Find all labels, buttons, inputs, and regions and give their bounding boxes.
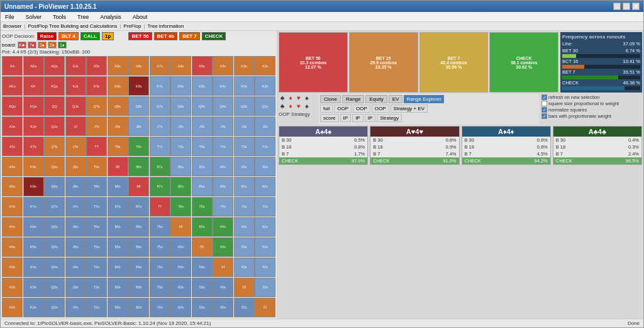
matrix-cell-72o[interactable]: 72o [150,298,170,317]
matrix-cell-T9s[interactable]: T9s [108,137,128,156]
matrix-cell-98s[interactable]: 98s [128,157,149,176]
matrix-cell-KQs[interactable]: KQs [44,76,65,96]
matrix-cell-44[interactable]: 44 [213,257,233,277]
matrix-cell-A7s[interactable]: A7s [150,56,170,76]
matrix-cell-T7s[interactable]: T7s [150,137,170,156]
matrix-cell-J8o[interactable]: J8o [65,177,86,196]
matrix-cell-QJo[interactable]: QJo [44,116,65,136]
matrix-cell-KJo[interactable]: KJo [23,116,44,136]
matrix-cell-87o[interactable]: 87o [128,197,149,217]
matrix-cell-A2s[interactable]: A2s [255,56,275,76]
matrix-cell-K9s[interactable]: K9s [108,76,128,96]
matrix-cell-QTs[interactable]: QTs [86,96,107,116]
matrix-cell-J2o[interactable]: J2o [65,298,86,317]
matrix-cell-K9o[interactable]: K9o [23,157,44,176]
matrix-cell-52o[interactable]: 52o [192,298,213,317]
menu-about[interactable]: About [131,13,150,21]
matrix-cell-AKs[interactable]: AKs [23,56,44,76]
minimize-button[interactable]: – [613,3,621,10]
matrix-cell-95o[interactable]: 95o [108,237,128,257]
matrix-cell-AQs[interactable]: AQs [44,56,65,76]
matrix-cell-Q9o[interactable]: Q9o [44,157,65,176]
spade-suit-btn[interactable]: 7♠ [28,42,36,48]
matrix-cell-93o[interactable]: 93o [108,278,128,297]
1p-button[interactable]: 1p [102,32,114,40]
matrix-cell-Q4o[interactable]: Q4o [44,257,65,277]
matrix-cell-AJo[interactable]: AJo [2,116,23,136]
cb-refresh[interactable]: ✓ [541,94,547,100]
matrix-cell-T3o[interactable]: T3o [86,278,107,297]
tab-ev[interactable]: EV [389,95,403,103]
matrix-cell-62s[interactable]: 62s [255,217,275,237]
matrix-cell-92o[interactable]: 92o [108,298,128,317]
matrix-cell-A6o[interactable]: A6o [2,217,23,237]
strat-btn-oop1[interactable]: OOP [334,105,352,113]
bet50-button[interactable]: BET 50 [128,32,152,40]
matrix-cell-62o[interactable]: 62o [170,298,191,317]
matrix-cell-87s[interactable]: 87s [150,177,170,196]
matrix-cell-86o[interactable]: 86o [128,217,149,237]
matrix-cell-65s[interactable]: 65s [192,217,213,237]
matrix-cell-KQo[interactable]: KQo [23,96,44,116]
strat-btn-strategy-ev[interactable]: Strategy + EV [391,105,428,113]
matrix-cell-54o[interactable]: 54o [192,257,213,277]
matrix-cell-AJs[interactable]: AJs [65,56,86,76]
matrix-cell-85o[interactable]: 85o [128,237,149,257]
matrix-cell-T2s[interactable]: T2s [255,137,275,156]
matrix-cell-A6s[interactable]: A6s [170,56,191,76]
matrix-cell-96o[interactable]: 96o [108,217,128,237]
matrix-cell-84o[interactable]: 84o [128,257,149,277]
matrix-cell-J6o[interactable]: J6o [65,217,86,237]
matrix-cell-55[interactable]: 55 [192,237,213,257]
matrix-cell-J7o[interactable]: J7o [65,197,86,217]
close-button[interactable]: ✕ [632,3,640,10]
matrix-cell-93s[interactable]: 93s [234,157,255,176]
matrix-cell-86s[interactable]: 86s [170,177,191,196]
menu-analysis[interactable]: Analysis [98,13,123,21]
matrix-cell-43o[interactable]: 43o [213,278,233,297]
matrix-cell-84s[interactable]: 84s [213,177,233,196]
matrix-cell-K2s[interactable]: K2s [255,76,275,96]
matrix-cell-J6s[interactable]: J6s [170,116,191,136]
matrix-cell-J9o[interactable]: J9o [65,157,86,176]
matrix-cell-T3s[interactable]: T3s [234,137,255,156]
matrix-cell-76o[interactable]: 76o [150,217,170,237]
diamond-suit-btn[interactable]: 2♠ [38,42,47,48]
menu-file[interactable]: File [3,13,16,21]
matrix-cell-KJs[interactable]: KJs [65,76,86,96]
toolbar-postflop[interactable]: PostFlop Tree Building and Calculations [28,23,117,29]
matrix-cell-94s[interactable]: 94s [213,157,233,176]
matrix-cell-J2s[interactable]: J2s [255,116,275,136]
matrix-cell-88[interactable]: 88 [128,177,149,196]
matrix-cell-32o[interactable]: 32o [234,298,255,317]
matrix-cell-A9o[interactable]: A9o [2,157,23,176]
bet4b-button[interactable]: BET 4b [154,32,178,40]
matrix-cell-T6s[interactable]: T6s [170,137,191,156]
matrix-cell-AQo[interactable]: AQo [2,96,23,116]
matrix-cell-A8s[interactable]: A8s [128,56,149,76]
matrix-cell-J4s[interactable]: J4s [213,116,233,136]
matrix-cell-K7o[interactable]: K7o [23,197,44,217]
matrix-cell-66[interactable]: 66 [170,217,191,237]
cb-square-size[interactable] [541,101,547,106]
bet4-button[interactable]: BLT 4 [58,32,79,40]
strat-btn-ip3[interactable]: IP [365,114,376,122]
matrix-cell-96s[interactable]: 96s [170,157,191,176]
action-card-check[interactable]: CHECK 38.1 combos 30.62 % [489,32,558,93]
matrix-cell-A4o[interactable]: A4o [2,257,23,277]
matrix-cell-AKo[interactable]: AKo [2,76,23,96]
matrix-cell-A4s[interactable]: A4s [213,56,233,76]
matrix-cell-A5s[interactable]: A5s [192,56,213,76]
matrix-cell-54s[interactable]: 54s [213,237,233,257]
matrix-cell-K2o[interactable]: K2o [23,298,44,317]
action-card-bet7[interactable]: BET 7 42.4 combos 30.58 % [419,32,489,93]
matrix-cell-JTo[interactable]: JTo [65,137,86,156]
club-icon-1[interactable]: ♣ [279,94,286,101]
matrix-cell-K4o[interactable]: K4o [23,257,44,277]
matrix-cell-77[interactable]: 77 [150,197,170,217]
matrix-cell-J3o[interactable]: J3o [65,278,86,297]
matrix-cell-Q9s[interactable]: Q9s [108,96,128,116]
matrix-cell-83s[interactable]: 83s [234,177,255,196]
matrix-cell-Q3s[interactable]: Q3s [234,96,255,116]
call-button[interactable]: CALL [80,32,100,40]
